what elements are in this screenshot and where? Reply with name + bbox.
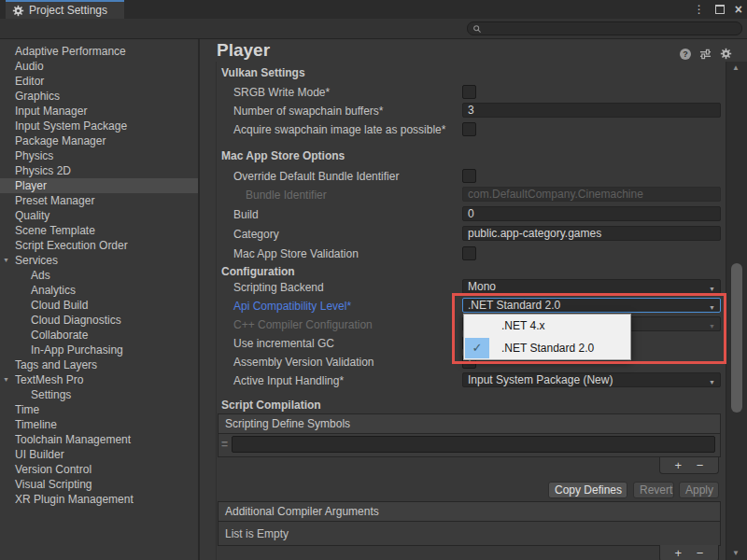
sidebar-item-cloud-build[interactable]: Cloud Build — [0, 298, 198, 313]
additional-compiler-arguments-header: Additional Compiler Arguments — [218, 502, 720, 522]
setting-label-build: Build — [233, 208, 259, 221]
setting-label-active-input-handling: Active Input Handling* — [233, 374, 344, 387]
page-title: Player — [217, 40, 270, 61]
sidebar-item-settings[interactable]: Settings — [0, 387, 198, 402]
indent-guide — [216, 62, 217, 560]
search-input[interactable] — [467, 21, 742, 35]
add-button[interactable]: + — [675, 458, 683, 473]
dropdown-api-compatibility-level[interactable]: .NET Standard 2.0▼ — [462, 298, 721, 313]
gear-icon[interactable] — [720, 48, 732, 60]
sidebar-item-timeline[interactable]: Timeline — [0, 417, 198, 432]
popup-option-net-standard-2-0[interactable]: ✓.NET Standard 2.0 — [464, 337, 630, 359]
sidebar-item-audio[interactable]: Audio — [0, 59, 198, 74]
window-menu-icon[interactable]: ⋮ — [694, 0, 705, 19]
sidebar-item-package-manager[interactable]: Package Manager — [0, 133, 198, 148]
sidebar-item-adaptive-performance[interactable]: Adaptive Performance — [0, 44, 198, 59]
window-close-icon[interactable]: × — [735, 1, 742, 18]
sidebar-item-label: Player — [15, 179, 47, 192]
sidebar-item-script-execution-order[interactable]: Script Execution Order — [0, 238, 198, 253]
sidebar-item-tags-and-layers[interactable]: Tags and Layers — [0, 357, 198, 372]
dropdown-scripting-backend[interactable]: Mono▼ — [462, 279, 721, 294]
field-bundle-identifier[interactable]: com.DefaultCompany.Cinemachine — [462, 187, 721, 202]
scrollbar-thumb[interactable] — [731, 263, 742, 413]
expander-triangle-icon[interactable]: ▼ — [3, 372, 9, 387]
checkbox-acquire-swapchain-image-late-as-possible[interactable] — [462, 122, 476, 136]
sidebar-item-cloud-diagnostics[interactable]: Cloud Diagnostics — [0, 313, 198, 328]
checkbox-override-default-bundle-identifier[interactable] — [462, 169, 476, 183]
sidebar-item-preset-manager[interactable]: Preset Manager — [0, 193, 198, 208]
popup-option-net-4-x[interactable]: .NET 4.x — [464, 315, 630, 337]
sidebar-item-label: Settings — [31, 388, 71, 401]
popup-option-label: .NET Standard 2.0 — [501, 342, 594, 355]
sidebar-item-label: Input System Package — [15, 119, 127, 133]
sidebar-item-scene-template[interactable]: Scene Template — [0, 223, 198, 238]
sidebar-item-label: Editor — [15, 75, 44, 88]
list-empty-label: List is Empty — [218, 522, 720, 540]
api-compatibility-dropdown-popup: .NET 4.x✓.NET Standard 2.0 — [463, 314, 631, 360]
sidebar-item-graphics[interactable]: Graphics — [0, 89, 198, 104]
sidebar-item-toolchain-management[interactable]: Toolchain Management — [0, 432, 198, 447]
add-button[interactable]: + — [675, 546, 683, 560]
sidebar-item-textmesh-pro[interactable]: ▼TextMesh Pro — [0, 372, 198, 387]
sidebar-item-analytics[interactable]: Analytics — [0, 283, 198, 298]
gear-icon — [12, 5, 24, 17]
tab-project-settings[interactable]: Project Settings — [6, 0, 124, 19]
sidebar-item-xr-plugin-management[interactable]: XR Plugin Management — [0, 492, 198, 507]
sidebar-item-version-control[interactable]: Version Control — [0, 462, 198, 477]
revert-button[interactable]: Revert — [633, 482, 674, 498]
chevron-down-icon: ▼ — [709, 283, 715, 296]
sidebar-item-label: Package Manager — [15, 134, 106, 147]
drag-handle-icon[interactable]: = — [221, 438, 228, 451]
sidebar-item-label: In-App Purchasing — [31, 343, 123, 357]
checkbox-srgb-write-mode[interactable] — [462, 85, 476, 99]
sidebar-item-in-app-purchasing[interactable]: In-App Purchasing — [0, 343, 198, 357]
scroll-down-icon[interactable]: ▼ — [732, 549, 740, 557]
sidebar-item-label: Visual Scripting — [15, 478, 92, 491]
sidebar-item-collaborate[interactable]: Collaborate — [0, 328, 198, 343]
chevron-down-icon: ▼ — [709, 301, 715, 315]
field-build[interactable]: 0 — [462, 206, 721, 221]
expander-triangle-icon[interactable]: ▼ — [3, 253, 9, 268]
remove-button[interactable]: − — [697, 546, 704, 560]
popup-option-label: .NET 4.x — [501, 319, 544, 332]
checkbox-mac-app-store-validation[interactable] — [462, 246, 476, 260]
sidebar-item-input-manager[interactable]: Input Manager — [0, 104, 198, 119]
additional-compiler-arguments-box: Additional Compiler Arguments List is Em… — [218, 501, 721, 546]
sidebar-item-physics-2d[interactable]: Physics 2D — [0, 163, 198, 178]
scroll-up-icon[interactable]: ▲ — [732, 63, 740, 72]
remove-button[interactable]: − — [697, 458, 704, 473]
setting-label-category: Category — [233, 228, 279, 241]
sidebar-item-physics[interactable]: Physics — [0, 148, 198, 163]
sidebar-item-ads[interactable]: Ads — [0, 268, 198, 283]
section-header-vulkan-settings: Vulkan Settings — [221, 66, 305, 79]
sidebar-item-ui-builder[interactable]: UI Builder — [0, 447, 198, 462]
setting-label-mac-app-store-validation: Mac App Store Validation — [233, 247, 359, 260]
sidebar-item-quality[interactable]: Quality — [0, 208, 198, 223]
dropdown-active-input-handling[interactable]: Input System Package (New)▼ — [462, 372, 721, 387]
dropdown-value: .NET Standard 2.0 — [468, 299, 560, 312]
sidebar-item-player[interactable]: Player — [0, 178, 198, 193]
setting-label-number-of-swapchain-buffers: Number of swapchain buffers* — [233, 105, 384, 118]
sidebar-item-input-system-package[interactable]: Input System Package — [0, 119, 198, 133]
sidebar-item-services[interactable]: ▼Services — [0, 253, 198, 268]
sidebar-item-time[interactable]: Time — [0, 402, 198, 417]
sidebar-item-label: Collaborate — [31, 329, 88, 342]
dropdown-value: Mono — [468, 280, 496, 293]
preset-sliders-icon[interactable] — [699, 49, 712, 60]
chevron-down-icon: ▼ — [709, 376, 715, 389]
define-symbol-input[interactable] — [232, 436, 715, 453]
sidebar-item-editor[interactable]: Editor — [0, 74, 198, 89]
field-category[interactable]: public.app-category.games — [462, 226, 721, 241]
help-icon[interactable]: ? — [680, 49, 691, 60]
apply-button[interactable]: Apply — [679, 482, 719, 498]
sidebar-item-visual-scripting[interactable]: Visual Scripting — [0, 477, 198, 492]
tab-title: Project Settings — [29, 4, 107, 17]
window-maximize-icon[interactable] — [715, 5, 725, 14]
sidebar-item-label: Graphics — [15, 90, 60, 103]
setting-label-bundle-identifier: Bundle Identifier — [246, 189, 327, 202]
copy-defines-button[interactable]: Copy Defines — [548, 482, 627, 498]
field-number-of-swapchain-buffers[interactable]: 3 — [462, 103, 721, 118]
sidebar-item-label: Script Execution Order — [15, 239, 128, 252]
sidebar-item-label: Services — [15, 254, 58, 267]
sidebar-item-label: Toolchain Management — [15, 433, 131, 446]
